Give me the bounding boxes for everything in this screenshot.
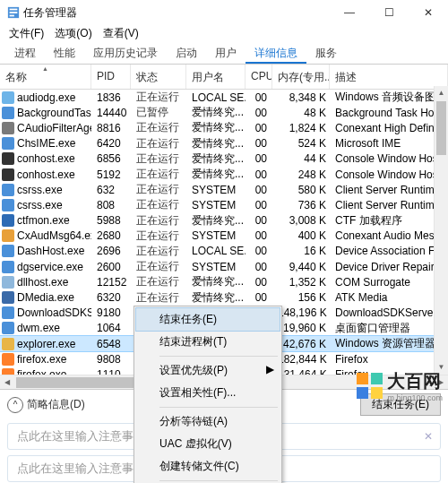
user: 爱情终究... — [186, 290, 246, 306]
desc: Client Server Runtime ... — [330, 199, 448, 211]
desc: Client Server Runtime ... — [330, 184, 448, 196]
pid: 1110 — [91, 368, 131, 375]
process-icon — [2, 261, 14, 273]
desc: Background Task Host — [330, 107, 448, 119]
table-row[interactable]: DMedia.exe6320正在运行爱情终究...00156 KATK Medi… — [0, 289, 448, 305]
menu-file[interactable]: 文件(F) — [5, 25, 47, 43]
table-header: ▲名称 PID 状态 用户名 CPU 内存(专用... 描述 — [0, 65, 448, 90]
tab-4[interactable]: 用户 — [206, 43, 246, 64]
table-row[interactable]: BackgroundTaskH...14440已暂停爱情终究...0048 KB… — [0, 105, 448, 120]
tab-2[interactable]: 应用历史记录 — [84, 43, 167, 64]
status: 正在运行 — [131, 229, 186, 244]
process-icon — [2, 214, 14, 227]
user: SYSTEM — [186, 229, 246, 242]
scroll-up-icon[interactable]: ▲ — [435, 86, 448, 100]
context-menu-item[interactable]: UAC 虚拟化(V) — [136, 433, 280, 455]
context-menu-item[interactable]: 结束进程树(T) — [136, 331, 280, 353]
process-icon — [2, 184, 14, 196]
tab-0[interactable]: 进程 — [5, 43, 45, 64]
svg-rect-6 — [357, 387, 368, 399]
desc: Console Window Host — [330, 168, 448, 181]
maximize-button[interactable]: ☐ — [369, 0, 409, 25]
mem: 580 K — [272, 184, 330, 196]
tab-5[interactable]: 详细信息 — [246, 43, 306, 64]
scroll-left-icon[interactable]: ◀ — [0, 375, 14, 389]
app-icon — [7, 6, 20, 19]
status: 正在运行 — [131, 151, 186, 167]
desc: Firefox — [330, 353, 448, 366]
col-pid[interactable]: PID — [91, 65, 131, 89]
desc: Device Association Fr... — [330, 245, 448, 257]
table-row[interactable]: audiodg.exe1836正在运行LOCAL SE...008,348 KW… — [0, 90, 448, 105]
context-menu-item[interactable]: 设置相关性(F)... — [136, 382, 280, 404]
col-desc[interactable]: 描述 — [330, 65, 448, 89]
process-name: firefox.exe — [17, 353, 66, 366]
close-button[interactable]: ✕ — [409, 0, 448, 25]
process-icon — [2, 107, 14, 119]
process-name: csrss.exe — [17, 199, 63, 211]
table-row[interactable]: ChsIME.exe6420正在运行爱情终究...00524 KMicrosof… — [0, 136, 448, 151]
col-mem[interactable]: 内存(专用... — [272, 65, 330, 89]
tab-3[interactable]: 启动 — [167, 43, 206, 64]
process-name: DMedia.exe — [17, 291, 74, 304]
user: SYSTEM — [186, 199, 246, 211]
table-row[interactable]: conhost.exe5192正在运行爱情终究...00248 KConsole… — [0, 167, 448, 182]
table-row[interactable]: ctfmon.exe5988正在运行爱情终究...003,008 KCTF 加载… — [0, 213, 448, 229]
status: 正在运行 — [131, 167, 186, 182]
status: 正在运行 — [131, 197, 186, 212]
scrollbar-thumb-v[interactable] — [436, 101, 446, 155]
desc: 桌面窗口管理器 — [330, 321, 448, 336]
tab-6[interactable]: 服务 — [306, 43, 346, 64]
menu-options[interactable]: 选项(O) — [51, 25, 95, 43]
context-menu-item[interactable]: 分析等待链(A) — [136, 410, 280, 433]
pid: 9180 — [91, 306, 131, 319]
pid: 2696 — [91, 245, 131, 257]
sort-asc-icon: ▲ — [42, 65, 48, 72]
context-menu-item[interactable]: 结束任务(E) — [135, 307, 280, 332]
process-name: DashHost.exe — [17, 245, 84, 257]
col-name[interactable]: ▲名称 — [0, 65, 91, 89]
col-user[interactable]: 用户名 — [186, 65, 246, 89]
mem: 736 K — [272, 199, 330, 211]
cpu: 00 — [246, 245, 272, 257]
table-row[interactable]: dgservice.exe2600正在运行SYSTEM009,440 KDevi… — [0, 259, 448, 274]
status: 正在运行 — [131, 120, 186, 135]
chevron-up-icon: ^ — [7, 397, 23, 413]
svg-rect-4 — [357, 373, 368, 384]
mem: 48 K — [272, 107, 330, 119]
table-row[interactable]: conhost.exe6856正在运行爱情终究...0044 KConsole … — [0, 151, 448, 167]
menu-view[interactable]: 查看(V) — [99, 25, 142, 43]
col-status[interactable]: 状态 — [131, 65, 186, 89]
pid: 6548 — [91, 338, 131, 350]
scrollbar-vertical[interactable]: ▲ ▼ — [434, 86, 448, 375]
process-icon — [2, 245, 14, 257]
pid: 5988 — [91, 214, 131, 227]
tab-1[interactable]: 性能 — [45, 43, 84, 64]
pid: 6856 — [91, 152, 131, 165]
watermark-sub: m.bing100.com — [387, 393, 443, 402]
process-icon — [2, 152, 14, 165]
close-icon[interactable]: ✕ — [424, 430, 433, 443]
user: 爱情终究... — [186, 120, 246, 135]
table-row[interactable]: CxAudMsg64.exe2680正在运行SYSTEM00400 KConex… — [0, 229, 448, 244]
cpu: 00 — [246, 152, 272, 165]
note-placeholder-1: 点此在这里输入注意事项 — [17, 428, 145, 444]
table-row[interactable]: csrss.exe632正在运行SYSTEM00580 KClient Serv… — [0, 182, 448, 197]
user: 爱情终究... — [186, 213, 246, 229]
table-row[interactable]: dllhost.exe12152正在运行爱情终究...001,352 KCOM … — [0, 274, 448, 289]
table-row[interactable]: DashHost.exe2696正在运行LOCAL SE...0016 KDev… — [0, 244, 448, 259]
process-icon — [2, 291, 14, 304]
table-row[interactable]: CAudioFilterAgent...8816正在运行爱情终究...001,8… — [0, 120, 448, 135]
desc: COM Surrogate — [330, 276, 448, 289]
process-icon — [2, 368, 14, 375]
svg-rect-2 — [10, 12, 18, 13]
pid: 5192 — [91, 168, 131, 181]
svg-rect-1 — [10, 9, 18, 11]
context-menu-item[interactable]: 设置优先级(P)▶ — [136, 359, 280, 382]
col-cpu[interactable]: CPU — [246, 65, 272, 89]
context-menu-item[interactable]: 创建转储文件(C) — [136, 455, 280, 478]
minimize-button[interactable]: — — [330, 0, 369, 25]
less-details-button[interactable]: ^ 简略信息(D) — [7, 397, 85, 413]
table-row[interactable]: csrss.exe808正在运行SYSTEM00736 KClient Serv… — [0, 197, 448, 212]
cpu: 00 — [246, 229, 272, 242]
